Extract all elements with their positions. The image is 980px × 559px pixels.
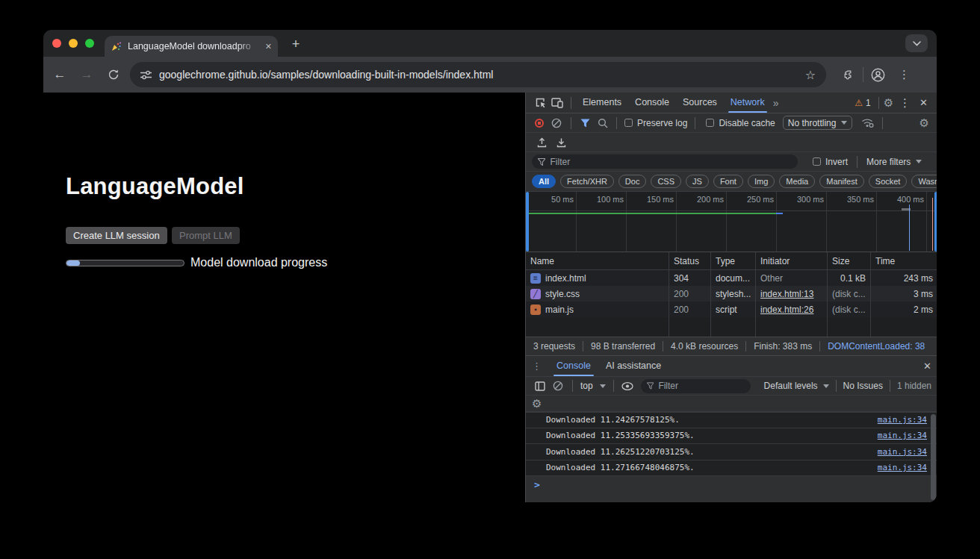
default-levels-select[interactable]: Default levels [764,381,818,391]
table-row[interactable]: ╱style.css 200 stylesh... index.html:13 … [526,286,937,302]
clear-console-icon[interactable] [548,381,568,391]
initiator-link[interactable]: index.html:13 [760,289,813,299]
overview-left-handle[interactable] [526,192,529,252]
drawer-close-icon[interactable]: ✕ [920,360,937,372]
source-link[interactable]: main.js:34 [878,463,927,472]
tab-search-chevron-button[interactable] [905,34,928,52]
chip-css[interactable]: CSS [651,175,681,188]
console-prompt[interactable]: > [526,476,937,493]
overview-right-handle[interactable] [934,192,937,252]
hidden-messages-count[interactable]: 1 hidden [897,381,931,391]
tab-close-icon[interactable]: ✕ [265,42,272,51]
source-link[interactable]: main.js:34 [878,447,927,457]
reload-button[interactable] [108,69,120,81]
filter-funnel-icon[interactable] [576,119,594,128]
console-filter-input[interactable] [641,379,751,393]
minimize-window-button[interactable] [69,39,78,48]
network-conditions-icon[interactable] [857,118,878,128]
browser-tab[interactable]: LanguageModel downloadpro ✕ [105,36,278,57]
url-text[interactable]: googlechrome.github.io/samples/downloadi… [159,69,805,81]
export-har-icon[interactable] [551,137,571,148]
col-size[interactable]: Size [828,252,871,269]
devtools-settings-gear-icon[interactable]: ⚙ [884,96,893,110]
console-message[interactable]: Downloaded 11.26251220703125%. main.js:3… [526,444,937,460]
device-toolbar-icon[interactable] [548,98,566,108]
create-llm-session-button[interactable]: Create LLM session [66,227,167,244]
table-row[interactable]: ≡index.html 304 docum... Other 0.1 kB 24… [526,270,937,286]
chip-all[interactable]: All [532,175,556,188]
extensions-puzzle-icon[interactable] [843,69,855,81]
more-filters-button[interactable]: More filters [866,157,911,167]
disable-cache-label[interactable]: Disable cache [719,118,775,128]
prompt-llm-button: Prompt LLM [172,227,240,244]
chip-font[interactable]: Font [713,175,743,188]
devtools-menu-kebab-icon[interactable]: ⋮ [899,96,911,110]
col-status[interactable]: Status [669,252,711,269]
col-time[interactable]: Time [871,252,937,269]
col-name[interactable]: Name [526,252,669,269]
invert-checkbox[interactable] [813,157,821,166]
context-selector[interactable]: top [580,381,593,391]
site-settings-icon[interactable] [140,70,152,80]
chip-socket[interactable]: Socket [869,175,908,188]
chip-js[interactable]: JS [686,175,709,188]
chip-wasm[interactable]: Wasm [911,175,937,188]
console-message[interactable]: Downloaded 11.24267578125%. main.js:34 [526,412,937,428]
more-tabs-icon[interactable]: » [773,97,779,109]
warning-count[interactable]: 1 [866,98,871,108]
chip-fetch-xhr[interactable]: Fetch/XHR [560,175,614,188]
stylesheet-file-icon: ╱ [530,289,541,299]
console-message[interactable]: Downloaded 11.27166748046875%. main.js:3… [526,460,937,477]
network-settings-gear-icon[interactable]: ⚙ [919,116,929,130]
import-har-icon[interactable] [532,137,551,148]
table-row[interactable]: ▪main.js 200 script index.html:26 (disk … [526,302,937,317]
drawer-tab-ai-assistance[interactable]: AI assistance [598,356,669,376]
disable-cache-checkbox[interactable] [706,119,714,127]
source-link[interactable]: main.js:34 [878,415,927,425]
tab-sources[interactable]: Sources [676,93,724,113]
drawer-menu-kebab-icon[interactable]: ⋮ [532,360,542,372]
close-window-button[interactable] [52,39,61,48]
maximize-window-button[interactable] [85,39,94,48]
console-drawer: ⋮ Console AI assistance ✕ top [526,355,937,502]
record-network-log-button[interactable] [535,119,544,128]
address-bar[interactable]: googlechrome.github.io/samples/downloadi… [130,62,826,87]
devtools-close-icon[interactable]: ✕ [917,97,931,108]
tab-elements[interactable]: Elements [576,93,628,113]
chip-media[interactable]: Media [779,175,815,188]
clear-network-log-icon[interactable] [547,118,566,128]
console-sidebar-icon[interactable] [532,381,548,391]
tab-console[interactable]: Console [628,93,676,113]
no-issues-label[interactable]: No Issues [843,381,883,391]
console-settings-gear-icon[interactable]: ⚙ [532,397,542,410]
drawer-scrollbar[interactable] [931,414,936,500]
chip-manifest[interactable]: Manifest [819,175,864,188]
new-tab-button[interactable]: + [287,35,305,53]
drawer-tab-console[interactable]: Console [549,356,598,376]
live-expression-eye-icon[interactable] [621,382,633,390]
invert-label[interactable]: Invert [825,157,848,167]
preserve-log-checkbox[interactable] [624,119,633,127]
bookmark-star-icon[interactable]: ☆ [805,68,816,82]
inspect-element-icon[interactable] [532,97,548,108]
initiator-link[interactable]: index.html:26 [760,305,813,315]
back-button[interactable]: ← [51,67,69,82]
network-filter-input[interactable] [532,154,798,169]
source-link[interactable]: main.js:34 [878,431,927,440]
network-overview-timeline[interactable]: 50 ms 100 ms 150 ms 200 ms 250 ms 300 ms… [526,192,937,252]
requests-table: Name Status Type Initiator Size Time ≡in… [526,252,937,337]
table-header: Name Status Type Initiator Size Time [526,252,937,270]
throttling-select[interactable]: No throttling [783,116,853,130]
warning-icon[interactable]: ⚠ [855,98,863,108]
col-initiator[interactable]: Initiator [756,252,828,269]
chrome-menu-kebab-icon[interactable]: ⋮ [899,68,910,81]
console-message[interactable]: Downloaded 11.25335693359375%. main.js:3… [526,428,937,445]
tab-network[interactable]: Network [724,93,772,113]
profile-avatar-icon[interactable] [871,68,885,82]
col-type[interactable]: Type [711,252,756,269]
preserve-log-label[interactable]: Preserve log [637,118,687,128]
chip-img[interactable]: Img [748,175,775,188]
chip-doc[interactable]: Doc [618,175,647,188]
resources: 4.0 kB resources [663,341,746,352]
search-icon[interactable] [594,118,612,128]
